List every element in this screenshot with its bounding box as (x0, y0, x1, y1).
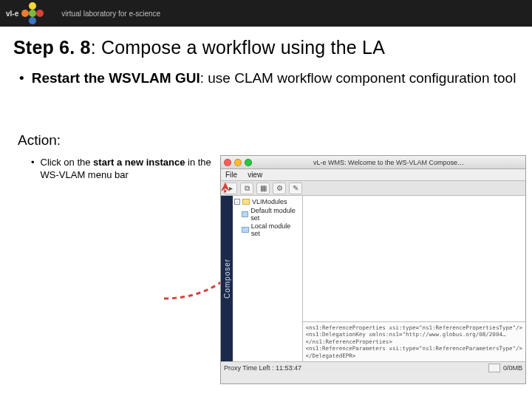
action-strong: start a new instance (93, 157, 185, 168)
tree-root[interactable]: - VLIModules (234, 198, 301, 205)
minimize-icon[interactable] (234, 159, 242, 166)
tree-item[interactable]: Local module set (242, 222, 301, 237)
menu-bar: File view (221, 169, 525, 181)
app-window: vL-e WMS: Welcome to the WS-VLAM Compose… (220, 155, 526, 384)
toolbar-button[interactable]: ▸ (224, 183, 237, 194)
folder-icon (242, 227, 249, 233)
top-bar: vl-e virtual laboratory for e-science (0, 0, 532, 27)
menu-view[interactable]: view (248, 171, 262, 179)
tree-item[interactable]: Default module set (242, 207, 301, 222)
toolbar-button[interactable]: ✎ (289, 183, 302, 194)
window-titlebar[interactable]: vL-e WMS: Welcome to the WS-VLAM Compose… (221, 156, 525, 169)
bullet-main: • Restart the WSVLAM GUI: use CLAM workf… (19, 69, 519, 88)
zoom-icon[interactable] (245, 159, 252, 166)
menu-file[interactable]: File (225, 171, 237, 179)
toolbar-button[interactable]: ⚙ (273, 183, 286, 194)
action-pre: Click on the (41, 157, 94, 168)
status-memory: 0/0MB (503, 364, 522, 372)
canvas-area: <ns1:ReferenceProperties xsi:type="ns1:R… (303, 196, 526, 361)
window-title: vL-e WMS: Welcome to the WS-VLAM Compose… (255, 159, 522, 166)
collapse-icon[interactable]: - (234, 199, 240, 205)
composer-side-tab[interactable]: Composer (221, 196, 233, 361)
status-proxy: Proxy Time Left : 11:53:47 (224, 364, 301, 372)
ref-line: <ns1:ReferenceProperties xsi:type="ns1:R… (306, 324, 523, 331)
bullet-main-rest: : use CLAM workflow component configurat… (200, 70, 516, 86)
ref-line: <ns1:DelegationKey xmlns:ns1="http://www… (306, 331, 523, 338)
slide-title: Step 6. 8: Compose a workflow using the … (13, 37, 519, 58)
toolbar: ▸ ⧉ ▦ ⚙ ✎ (221, 181, 525, 196)
title-rest: : Compose a workflow using the LA (91, 37, 385, 58)
folder-icon (242, 211, 248, 217)
action-label: Action: (18, 132, 225, 149)
brand-logo (21, 2, 44, 24)
bullet-main-strong: Restart the WSVLAM GUI (32, 70, 200, 86)
workflow-canvas[interactable] (303, 196, 526, 321)
toolbar-button[interactable]: ▦ (256, 183, 270, 194)
toolbar-button[interactable]: ⧉ (240, 183, 253, 194)
window-body: Composer - VLIModules Default module set… (221, 196, 525, 361)
ref-line: <ns1:ReferenceParameters xsi:type="ns1:R… (306, 345, 523, 352)
tree-item-label: Local module set (251, 222, 301, 237)
module-tree[interactable]: - VLIModules Default module set Local mo… (233, 196, 303, 361)
brand-text: vl-e (6, 10, 18, 18)
bullet-dot-icon: • (31, 156, 35, 182)
reference-output[interactable]: <ns1:ReferenceProperties xsi:type="ns1:R… (303, 321, 526, 361)
status-box-icon (488, 364, 500, 372)
tree-item-label: Default module set (250, 207, 300, 222)
bullet-dot-icon: • (19, 69, 24, 88)
action-bullet: • Click on the start a new instance in t… (31, 156, 225, 182)
status-bar: Proxy Time Left : 11:53:47 0/0MB (221, 361, 525, 373)
brand-tagline: virtual laboratory for e-science (61, 10, 160, 18)
ref-line: </ns1:ReferenceProperties> (306, 338, 523, 345)
action-block: Action: • Click on the start a new insta… (18, 132, 225, 182)
title-step: Step 6. 8 (13, 37, 91, 58)
disk-icon (242, 199, 250, 205)
ref-line: </DelegatedEPR> (306, 352, 523, 359)
tree-root-label: VLIModules (252, 198, 287, 205)
close-icon[interactable] (224, 159, 231, 166)
